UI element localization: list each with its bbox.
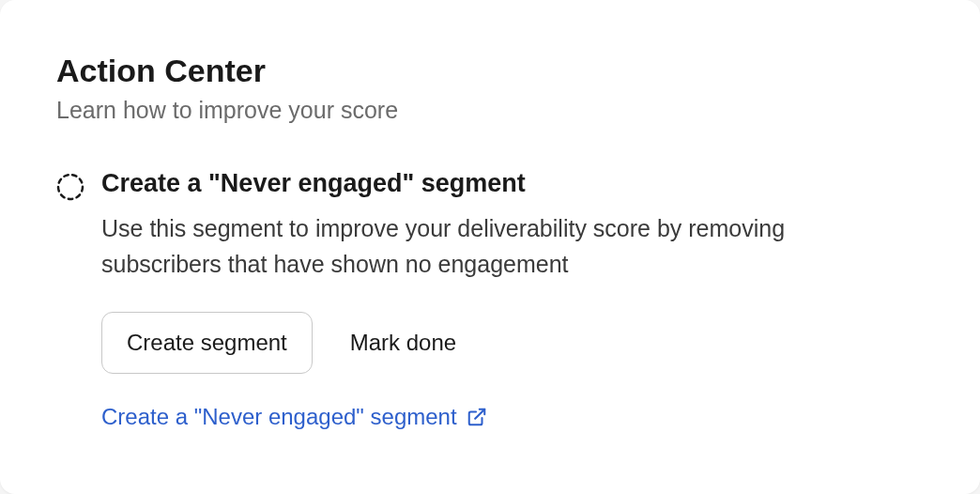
create-segment-link[interactable]: Create a "Never engaged" segment	[101, 404, 487, 430]
action-buttons: Create segment Mark done	[101, 312, 924, 374]
svg-point-0	[58, 175, 83, 199]
action-item: Create a "Never engaged" segment Use thi…	[56, 169, 924, 430]
page-subtitle: Learn how to improve your score	[56, 97, 924, 124]
link-text: Create a "Never engaged" segment	[101, 404, 457, 430]
action-center-card: Action Center Learn how to improve your …	[0, 0, 980, 494]
external-link-icon	[467, 407, 487, 427]
mark-done-button[interactable]: Mark done	[350, 330, 456, 356]
incomplete-status-icon	[56, 173, 84, 205]
page-title: Action Center	[56, 53, 924, 89]
svg-line-1	[475, 409, 484, 419]
action-content: Create a "Never engaged" segment Use thi…	[101, 169, 924, 430]
create-segment-button[interactable]: Create segment	[101, 312, 313, 374]
action-description: Use this segment to improve your deliver…	[101, 211, 871, 282]
action-title: Create a "Never engaged" segment	[101, 169, 924, 198]
